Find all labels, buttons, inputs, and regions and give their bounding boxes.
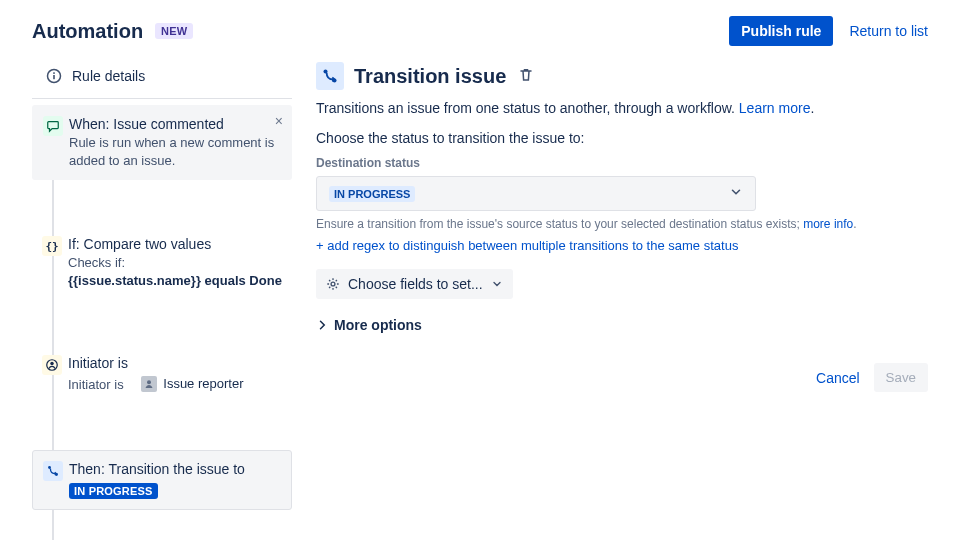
add-regex-link[interactable]: + add regex to distinguish between multi… bbox=[316, 238, 738, 253]
cancel-button[interactable]: Cancel bbox=[816, 370, 860, 386]
step-when[interactable]: × When: Issue commented Rule is run when… bbox=[32, 105, 292, 180]
panel-description: Transitions an issue from one status to … bbox=[316, 100, 928, 116]
return-to-list-link[interactable]: Return to list bbox=[849, 23, 928, 39]
close-icon[interactable]: × bbox=[275, 114, 283, 128]
step-when-sub: Rule is run when a new comment is added … bbox=[69, 134, 281, 169]
publish-rule-button[interactable]: Publish rule bbox=[729, 16, 833, 46]
rule-details-item[interactable]: Rule details bbox=[32, 58, 292, 99]
transition-icon bbox=[43, 461, 63, 481]
ensure-transition-help: Ensure a transition from the issue's sou… bbox=[316, 217, 928, 231]
choose-fields-button[interactable]: Choose fields to set... bbox=[316, 269, 513, 299]
page-title: Automation bbox=[32, 20, 143, 43]
step-if-title: If: Compare two values bbox=[68, 236, 282, 252]
rule-details-label: Rule details bbox=[72, 68, 145, 84]
svg-rect-1 bbox=[53, 75, 55, 79]
choose-fields-label: Choose fields to set... bbox=[348, 276, 483, 292]
new-badge: NEW bbox=[155, 23, 193, 39]
step-initiator-title: Initiator is bbox=[68, 355, 282, 371]
more-info-link[interactable]: more info bbox=[803, 217, 853, 231]
comment-icon bbox=[43, 116, 63, 136]
step-then[interactable]: Then: Transition the issue to IN PROGRES… bbox=[32, 450, 292, 510]
step-when-title: When: Issue commented bbox=[69, 116, 281, 132]
trash-icon[interactable] bbox=[518, 67, 534, 86]
save-button: Save bbox=[874, 363, 928, 392]
initiator-chip-label: Issue reporter bbox=[163, 375, 243, 393]
destination-status-label: Destination status bbox=[316, 156, 928, 170]
svg-point-5 bbox=[147, 380, 151, 384]
chevron-down-icon bbox=[491, 278, 503, 290]
chevron-down-icon bbox=[729, 185, 743, 202]
step-if-sub: Checks if: {{issue.status.name}} equals … bbox=[68, 254, 282, 289]
destination-status-select[interactable]: IN PROGRESS bbox=[316, 176, 756, 211]
step-initiator-sub: Initiator is Issue reporter bbox=[68, 373, 282, 393]
more-options-label: More options bbox=[334, 317, 422, 333]
destination-status-value: IN PROGRESS bbox=[329, 186, 415, 202]
avatar-icon bbox=[141, 376, 157, 392]
field-prompt: Choose the status to transition the issu… bbox=[316, 130, 928, 146]
svg-point-10 bbox=[331, 282, 335, 286]
svg-point-4 bbox=[50, 362, 54, 366]
user-circle-icon bbox=[42, 355, 62, 375]
panel-title: Transition issue bbox=[354, 65, 506, 88]
learn-more-link[interactable]: Learn more bbox=[739, 100, 811, 116]
svg-rect-2 bbox=[53, 72, 55, 74]
gear-icon bbox=[326, 277, 340, 291]
transition-icon bbox=[316, 62, 344, 90]
step-then-title: Then: Transition the issue to bbox=[69, 461, 281, 477]
step-if[interactable]: {} If: Compare two values Checks if: {{i… bbox=[32, 226, 292, 299]
braces-icon: {} bbox=[42, 236, 62, 256]
info-icon bbox=[46, 68, 62, 84]
chevron-right-icon bbox=[316, 319, 328, 331]
more-options-toggle[interactable]: More options bbox=[316, 317, 928, 333]
step-initiator[interactable]: Initiator is Initiator is Issue reporter bbox=[32, 345, 292, 403]
status-lozenge: IN PROGRESS bbox=[69, 483, 158, 499]
